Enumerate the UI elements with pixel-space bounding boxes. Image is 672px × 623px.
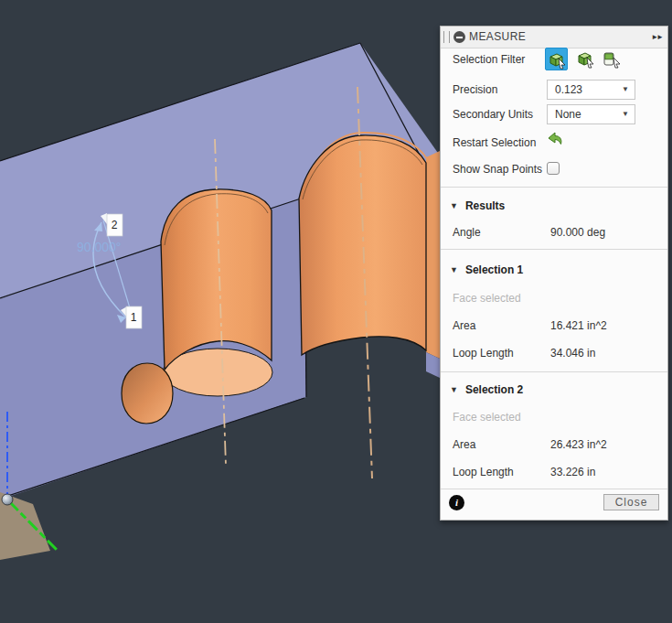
results-section-header[interactable]: ▼Results xyxy=(450,199,505,212)
restart-selection-label: Restart Selection xyxy=(453,136,536,149)
separator xyxy=(441,489,667,489)
cylinder-right-face[interactable] xyxy=(299,135,426,355)
selection-filter-label: Selection Filter xyxy=(453,53,525,66)
triangle-down-icon: ▼ xyxy=(450,201,458,210)
marker-2-label: 2 xyxy=(112,219,118,231)
separator xyxy=(441,249,667,250)
selection1-section-header[interactable]: ▼Selection 1 xyxy=(450,263,523,276)
triangle-down-icon: ▼ xyxy=(450,385,458,394)
body-filter-cube-icon xyxy=(576,49,595,69)
panel-title: MEASURE xyxy=(469,27,526,48)
measure-panel: MEASURE ►► Selection Filter Precision 0.… xyxy=(440,26,668,521)
double-chevron-right-icon[interactable]: ►► xyxy=(651,27,662,48)
selection2-status: Face selected xyxy=(453,411,521,424)
secondary-units-dropdown[interactable]: None ▼ xyxy=(547,104,635,124)
chevron-down-icon: ▼ xyxy=(622,105,629,124)
selection2-section-header[interactable]: ▼Selection 2 xyxy=(450,383,523,396)
precision-dropdown[interactable]: 0.123 ▼ xyxy=(547,80,635,100)
small-boss-face[interactable] xyxy=(122,363,173,424)
precision-value: 0.123 xyxy=(555,83,582,96)
triangle-down-icon: ▼ xyxy=(450,265,458,274)
selection2-loop-label: Loop Length xyxy=(453,466,514,478)
marker-1-label: 1 xyxy=(131,311,137,324)
angle-value-label: 90.000° xyxy=(77,240,121,254)
chevron-down-icon: ▼ xyxy=(622,81,629,99)
selection2-area-label: Area xyxy=(453,438,475,451)
selection1-loop-value: 34.046 in xyxy=(550,347,595,360)
cylinder-right-lobe xyxy=(426,151,440,359)
secondary-units-label: Secondary Units xyxy=(453,108,533,121)
face-filter-cube-icon xyxy=(548,50,567,70)
show-snap-points-checkbox[interactable] xyxy=(547,162,560,175)
selection1-status: Face selected xyxy=(453,292,521,305)
origin-sphere[interactable] xyxy=(2,494,13,505)
panel-drag-grip-icon[interactable] xyxy=(443,31,450,43)
measure-panel-header[interactable]: MEASURE ►► xyxy=(441,27,667,48)
component-filter-icon xyxy=(602,49,623,69)
selection1-area-value: 16.421 in^2 xyxy=(550,319,607,332)
selection1-loop-label: Loop Length xyxy=(453,347,514,360)
angle-value: 90.000 deg xyxy=(550,226,605,239)
select-body-filter-button[interactable] xyxy=(574,48,597,70)
info-icon[interactable]: i xyxy=(449,495,464,510)
select-component-filter-button[interactable] xyxy=(600,48,623,70)
minus-circle-icon[interactable] xyxy=(453,31,465,43)
separator xyxy=(441,187,667,188)
select-face-filter-button[interactable] xyxy=(545,48,568,70)
secondary-units-value: None xyxy=(555,108,581,121)
close-button[interactable]: Close xyxy=(603,494,659,510)
undo-arrow-icon xyxy=(546,132,564,148)
show-snap-points-label: Show Snap Points xyxy=(453,163,542,176)
selection1-area-label: Area xyxy=(453,319,475,332)
selection2-area-value: 26.423 in^2 xyxy=(550,438,607,451)
separator xyxy=(441,371,667,372)
fusion-viewport: { "scene": { "background_color": "#333b4… xyxy=(0,0,672,623)
selection2-loop-value: 33.226 in xyxy=(550,466,595,478)
restart-selection-button[interactable] xyxy=(546,132,564,148)
precision-label: Precision xyxy=(453,83,497,96)
angle-label: Angle xyxy=(453,226,481,239)
